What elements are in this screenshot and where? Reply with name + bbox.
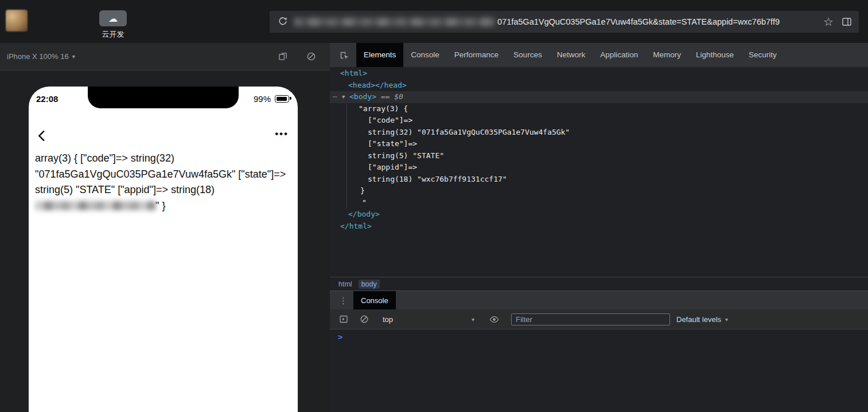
status-time: 22:08 — [36, 94, 58, 104]
dom-tree-line[interactable]: } — [330, 185, 868, 197]
reload-icon[interactable] — [278, 16, 288, 29]
address-bar[interactable]: 071fa5Ga1VgQuC035PGa1e7Vuw4fa5Gk&state=S… — [270, 11, 859, 33]
drawer-tab-console[interactable]: Console — [353, 291, 396, 310]
console-output[interactable]: > — [330, 329, 868, 412]
dual-screen-icon[interactable] — [278, 52, 288, 61]
dom-tree-line[interactable]: ["appid"]=> — [330, 162, 868, 174]
redacted-url-segment — [294, 18, 496, 26]
tab-application[interactable]: Application — [593, 43, 645, 67]
tab-performance[interactable]: Performance — [447, 43, 506, 67]
clear-console-icon[interactable] — [360, 315, 369, 324]
dom-selection-meta: == $0 — [376, 92, 403, 101]
dom-tree-line[interactable]: ⋯▼<body> == $0 — [330, 91, 868, 103]
tab-memory[interactable]: Memory — [645, 43, 688, 67]
context-selector-value: top — [383, 315, 393, 324]
dom-text-node: "array(3) { — [359, 104, 408, 113]
log-levels-label: Default levels — [676, 315, 721, 324]
dom-tag: <html> — [340, 69, 367, 77]
page-body-text: array(3) { ["code"]=> string(32) "071fa5… — [35, 151, 293, 214]
breadcrumb: htmlbody — [330, 277, 868, 291]
log-levels-dropdown[interactable]: Default levels ▾ — [676, 315, 728, 324]
dom-tag: </body> — [348, 210, 380, 218]
elements-tree: <html><head></head>⋯▼<body> == $0"array(… — [330, 68, 868, 232]
redacted-appid — [35, 201, 155, 210]
kebab-menu-icon[interactable]: ⋮ — [339, 296, 348, 305]
node-menu-dots-icon[interactable]: ⋯ — [333, 91, 337, 103]
bookmark-star-icon[interactable]: ☆ — [823, 16, 834, 28]
dom-tag: </html> — [340, 222, 372, 230]
crumb-html[interactable]: html — [336, 280, 355, 289]
dom-text-node: string(32) "071fa5Ga1VgQuC035PGa1e7Vuw4f… — [368, 128, 570, 136]
dom-tree-line[interactable]: </body> — [330, 209, 868, 221]
chevron-down-icon[interactable]: ▾ — [72, 53, 75, 60]
dom-tree-line[interactable]: " — [330, 197, 868, 209]
url-text[interactable]: 071fa5Ga1VgQuC035PGa1e7Vuw4fa5Gk&state=S… — [497, 17, 818, 26]
dom-text-node: ["state"]=> — [368, 139, 417, 148]
inspect-icon[interactable] — [338, 50, 349, 61]
dom-text-node: ["code"]=> — [368, 116, 412, 124]
body-text-before: array(3) { ["code"]=> string(32) "071fa5… — [35, 152, 286, 195]
main-split: iPhone X 100% 16 ▾ — [0, 43, 868, 412]
console-sidebar-icon[interactable] — [339, 315, 348, 324]
chevron-down-icon: ▾ — [725, 316, 728, 323]
expand-arrow-icon[interactable]: ▼ — [342, 91, 345, 103]
elements-panel: <html><head></head>⋯▼<body> == $0"array(… — [330, 67, 868, 277]
dom-tree-line[interactable]: "array(3) { — [330, 103, 868, 115]
avatar[interactable] — [6, 10, 28, 32]
battery-icon — [275, 95, 289, 103]
context-selector[interactable]: top ▾ — [383, 315, 474, 324]
tab-lighthouse[interactable]: Lighthouse — [688, 43, 741, 67]
crumb-body[interactable]: body — [359, 280, 380, 289]
drawer-tabbar: ⋮ Console — [330, 291, 868, 309]
circle-slash-icon[interactable] — [306, 52, 316, 61]
devtools-tabbar: ElementsConsolePerformanceSourcesNetwork… — [330, 43, 868, 67]
body-text-after: " } — [155, 200, 165, 211]
dom-tree-line[interactable]: string(32) "071fa5Ga1VgQuC035PGa1e7Vuw4f… — [330, 127, 868, 139]
tab-security[interactable]: Security — [741, 43, 784, 67]
dom-tree-line[interactable]: <html> — [330, 68, 868, 80]
console-toolbar: top ▾ Default levels ▾ — [330, 309, 868, 329]
status-right: 99% — [254, 94, 292, 104]
dom-tree-line[interactable]: </html> — [330, 221, 868, 233]
more-menu-icon[interactable]: ••• — [275, 128, 289, 140]
back-chevron-icon[interactable] — [38, 130, 49, 142]
devtools-tabbar-tabs: ElementsConsolePerformanceSourcesNetwork… — [356, 43, 784, 67]
device-canvas: 22:08 99% ••• array(3) { ["code"]=> stri… — [0, 71, 330, 412]
browser-top-bar: ☁ 云开发 071fa5Ga1VgQuC035PGa1e7Vuw4fa5Gk&s… — [0, 0, 868, 43]
eye-icon[interactable] — [489, 315, 499, 324]
device-toolbar: iPhone X 100% 16 ▾ — [0, 43, 330, 70]
battery-percent: 99% — [254, 94, 271, 104]
dom-tag: <head></head> — [348, 81, 407, 89]
phone-screen: 22:08 99% ••• array(3) { ["code"]=> stri… — [29, 87, 298, 412]
app-window: ☁ 云开发 071fa5Ga1VgQuC035PGa1e7Vuw4fa5Gk&s… — [0, 0, 868, 412]
cloud-dev-button[interactable]: ☁ — [99, 10, 127, 26]
dom-tree-line[interactable]: <head></head> — [330, 80, 868, 92]
phone-notch — [88, 87, 239, 108]
dom-text-node: string(5) "STATE" — [368, 151, 444, 160]
console-prompt-icon[interactable]: > — [338, 332, 342, 342]
dom-text-node: string(18) "wxc76b7ff9131ccf17" — [368, 175, 507, 183]
filter-input[interactable] — [511, 313, 670, 325]
dom-text-node: } — [360, 186, 365, 195]
dom-tag: <body> — [349, 92, 376, 101]
dom-text-node: " — [362, 198, 367, 207]
tab-sources[interactable]: Sources — [506, 43, 550, 67]
tab-console[interactable]: Console — [403, 43, 447, 67]
dom-tree-line[interactable]: string(18) "wxc76b7ff9131ccf17" — [330, 174, 868, 186]
side-panel-icon[interactable] — [842, 17, 852, 27]
cloud-icon: ☁ — [108, 13, 118, 24]
tab-network[interactable]: Network — [550, 43, 593, 67]
tab-elements[interactable]: Elements — [356, 43, 403, 67]
devtools-pane: ElementsConsolePerformanceSourcesNetwork… — [330, 43, 868, 412]
chevron-down-icon: ▾ — [472, 316, 474, 323]
dom-tree-line[interactable]: string(5) "STATE" — [330, 150, 868, 162]
dom-tree-line[interactable]: ["state"]=> — [330, 138, 868, 150]
device-emulation-pane: iPhone X 100% 16 ▾ — [0, 43, 330, 412]
dom-text-node: ["appid"]=> — [368, 163, 417, 171]
cloud-dev-label: 云开发 — [92, 29, 134, 40]
device-toolbar-icons — [278, 52, 316, 61]
dom-tree-line[interactable]: ["code"]=> — [330, 115, 868, 127]
device-selector[interactable]: iPhone X 100% 16 — [7, 52, 69, 61]
